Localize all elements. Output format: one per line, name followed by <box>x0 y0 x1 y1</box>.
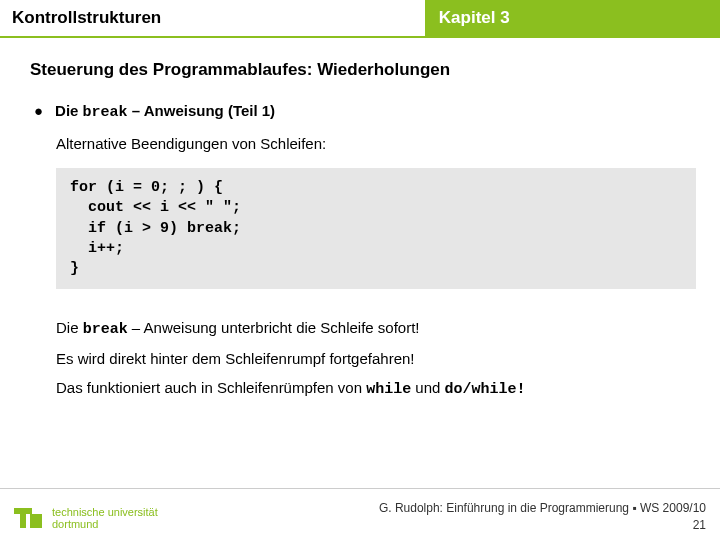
paragraphs: Die break – Anweisung unterbricht die Sc… <box>56 319 690 398</box>
slide-content: Steuerung des Programmablaufes: Wiederho… <box>0 38 720 398</box>
alternative-line: Alternative Beendigungen von Schleifen: <box>56 135 690 152</box>
para3-kw2: do/while! <box>445 381 526 398</box>
bullet-dot-icon: ● <box>34 102 43 119</box>
para-3: Das funktioniert auch in Schleifenrümpfe… <box>56 379 690 398</box>
para1-keyword: break <box>83 321 128 338</box>
bullet-text: Die break – Anweisung (Teil 1) <box>55 102 275 121</box>
svg-rect-3 <box>36 514 42 528</box>
slide-footer: technische universität dortmund G. Rudol… <box>0 488 720 540</box>
para-1: Die break – Anweisung unterbricht die Sc… <box>56 319 690 338</box>
slide-subtitle: Steuerung des Programmablaufes: Wiederho… <box>30 60 690 80</box>
header-title-left: Kontrollstrukturen <box>0 0 425 38</box>
svg-rect-2 <box>30 514 36 528</box>
slide-header: Kontrollstrukturen Kapitel 3 <box>0 0 720 38</box>
header-title-right: Kapitel 3 <box>425 0 720 38</box>
footer-credit: G. Rudolph: Einführung in die Programmie… <box>379 501 706 515</box>
uni-line1: technische universität <box>52 506 158 518</box>
bullet-post: – Anweisung (Teil 1) <box>128 102 276 119</box>
para-2: Es wird direkt hinter dem Schleifenrumpf… <box>56 350 690 367</box>
para1-post: – Anweisung unterbricht die Schleife sof… <box>128 319 420 336</box>
para3-mid: und <box>411 379 444 396</box>
para1-pre: Die <box>56 319 83 336</box>
para3-kw1: while <box>366 381 411 398</box>
slide-number: 21 <box>379 517 706 534</box>
svg-rect-1 <box>20 508 26 528</box>
tu-logo-icon <box>12 502 44 534</box>
code-block: for (i = 0; ; ) { cout << i << " "; if (… <box>56 168 696 289</box>
bullet-item: ● Die break – Anweisung (Teil 1) <box>30 102 690 121</box>
university-logo: technische universität dortmund <box>12 502 158 534</box>
uni-line2: dortmund <box>52 518 98 530</box>
bullet-pre: Die <box>55 102 83 119</box>
para3-pre: Das funktioniert auch in Schleifenrümpfe… <box>56 379 366 396</box>
footer-credit-block: G. Rudolph: Einführung in die Programmie… <box>379 500 706 534</box>
university-name: technische universität dortmund <box>52 506 158 530</box>
bullet-keyword: break <box>83 104 128 121</box>
